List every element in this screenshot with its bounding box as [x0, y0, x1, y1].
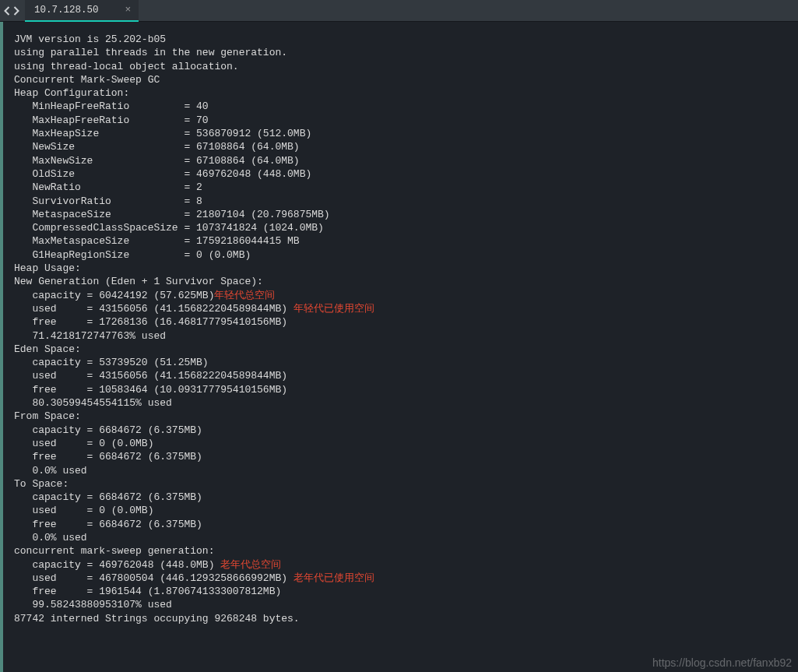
- terminal-text: using parallel threads in the new genera…: [14, 47, 287, 58]
- watermark: https://blog.csdn.net/fanxb92: [652, 656, 792, 669]
- terminal-line: concurrent mark-sweep generation:: [14, 544, 798, 558]
- terminal-line: free = 6684672 (6.375MB): [14, 450, 798, 463]
- tab-bar: 10.7.128.50 ×: [0, 0, 798, 22]
- terminal-line: OldSize = 469762048 (448.0MB): [14, 167, 798, 181]
- terminal-line: used = 0 (0.0MB): [14, 437, 798, 450]
- terminal-text: used = 0 (0.0MB): [14, 438, 153, 449]
- terminal-text: JVM version is 25.202-b05: [14, 33, 166, 45]
- terminal-text: SurvivorRatio = 8: [14, 195, 202, 207]
- terminal-line: free = 17268136 (16.468177795410156MB): [14, 315, 798, 329]
- terminal-text: used = 0 (0.0MB): [14, 505, 153, 516]
- terminal-text: free = 6684672 (6.375MB): [14, 519, 202, 530]
- annotation-label: 老年代总空间: [220, 559, 281, 571]
- terminal-text: free = 17268136 (16.468177795410156MB): [14, 316, 287, 328]
- terminal-line: NewRatio = 2: [14, 181, 798, 194]
- close-icon[interactable]: ×: [125, 4, 132, 16]
- terminal-text: MinHeapFreeRatio = 40: [14, 100, 209, 112]
- terminal-text: using thread-local object allocation.: [14, 61, 239, 72]
- terminal-text: NewRatio = 2: [14, 181, 202, 193]
- terminal-line: 99.58243880953107% used: [14, 598, 798, 611]
- terminal-text: used = 467800504 (446.1293258666992MB): [14, 572, 294, 584]
- terminal-text: MaxHeapFreeRatio = 70: [14, 114, 209, 126]
- terminal-text: 99.58243880953107% used: [14, 599, 172, 610]
- terminal-text: capacity = 6684672 (6.375MB): [14, 424, 202, 436]
- terminal-line: MaxHeapSize = 536870912 (512.0MB): [14, 127, 798, 140]
- terminal-text: capacity = 53739520 (51.25MB): [14, 357, 209, 368]
- terminal-line: SurvivorRatio = 8: [14, 195, 798, 208]
- terminal-text: free = 10583464 (10.093177795410156MB): [14, 384, 287, 396]
- terminal-text: CompressedClassSpaceSize = 1073741824 (1…: [14, 222, 324, 234]
- terminal-text: G1HeapRegionSize = 0 (0.0MB): [14, 249, 251, 261]
- terminal-line: used = 43156056 (41.156822204589844MB): [14, 369, 798, 382]
- terminal-line: using parallel threads in the new genera…: [14, 46, 798, 59]
- annotation-label: 年轻代已使用空间: [294, 303, 374, 315]
- terminal-output[interactable]: JVM version is 25.202-b05using parallel …: [3, 22, 798, 672]
- terminal-line: free = 10583464 (10.093177795410156MB): [14, 383, 798, 396]
- terminal-text: Concurrent Mark-Sweep GC: [14, 74, 160, 86]
- terminal-text: capacity = 60424192 (57.625MB): [14, 290, 214, 301]
- terminal-text: free = 6684672 (6.375MB): [14, 451, 202, 463]
- nav-arrows: [0, 5, 25, 16]
- terminal-text: Heap Usage:: [14, 262, 81, 274]
- terminal-line: 71.4218172747763% used: [14, 329, 798, 343]
- terminal-text: To Space:: [14, 478, 69, 490]
- terminal-line: Concurrent Mark-Sweep GC: [14, 73, 798, 86]
- terminal-line: To Space:: [14, 477, 798, 491]
- terminal-line: 0.0% used: [14, 464, 798, 477]
- terminal-line: 0.0% used: [14, 531, 798, 544]
- terminal-line: capacity = 6684672 (6.375MB): [14, 424, 798, 437]
- terminal-line: free = 1961544 (1.8706741333007812MB): [14, 585, 798, 598]
- terminal-line: JVM version is 25.202-b05: [14, 33, 798, 46]
- terminal-line: used = 0 (0.0MB): [14, 504, 798, 517]
- terminal-line: used = 43156056 (41.156822204589844MB) 年…: [14, 302, 798, 315]
- terminal-text: 87742 interned Strings occupying 9268248…: [14, 613, 300, 625]
- terminal-text: Heap Configuration:: [14, 87, 129, 99]
- terminal-text: 71.4218172747763% used: [14, 330, 166, 342]
- terminal-line: Heap Usage:: [14, 262, 798, 275]
- terminal-line: From Space:: [14, 410, 798, 423]
- terminal-line: capacity = 53739520 (51.25MB): [14, 356, 798, 369]
- terminal-line: G1HeapRegionSize = 0 (0.0MB): [14, 248, 798, 262]
- tab-active[interactable]: 10.7.128.50 ×: [25, 0, 139, 22]
- terminal-line: New Generation (Eden + 1 Survivor Space)…: [14, 275, 798, 288]
- terminal-text: MaxNewSize = 67108864 (64.0MB): [14, 155, 300, 167]
- terminal-line: Heap Configuration:: [14, 86, 798, 100]
- nav-back-icon[interactable]: [3, 5, 12, 16]
- terminal-text: Eden Space:: [14, 343, 81, 355]
- terminal-line: 87742 interned Strings occupying 9268248…: [14, 612, 798, 625]
- tab-title: 10.7.128.50: [34, 5, 99, 16]
- terminal-text: OldSize = 469762048 (448.0MB): [14, 168, 311, 180]
- terminal-line: MaxMetaspaceSize = 17592186044415 MB: [14, 234, 798, 248]
- terminal-line: 80.30599454554115% used: [14, 396, 798, 410]
- terminal-text: 0.0% used: [14, 465, 87, 477]
- annotation-label: 年轻代总空间: [214, 290, 275, 301]
- terminal-text: 0.0% used: [14, 532, 87, 544]
- terminal-line: MaxHeapFreeRatio = 70: [14, 114, 798, 127]
- terminal-line: CompressedClassSpaceSize = 1073741824 (1…: [14, 221, 798, 234]
- terminal-text: From Space:: [14, 410, 81, 422]
- terminal-text: capacity = 6684672 (6.375MB): [14, 491, 202, 503]
- terminal-line: capacity = 6684672 (6.375MB): [14, 491, 798, 504]
- terminal-text: 80.30599454554115% used: [14, 397, 172, 409]
- terminal-text: concurrent mark-sweep generation:: [14, 545, 214, 557]
- terminal-text: MetaspaceSize = 21807104 (20.796875MB): [14, 209, 330, 220]
- terminal-line: Eden Space:: [14, 343, 798, 356]
- terminal-text: free = 1961544 (1.8706741333007812MB): [14, 586, 281, 597]
- terminal-line: MetaspaceSize = 21807104 (20.796875MB): [14, 208, 798, 221]
- terminal-line: using thread-local object allocation.: [14, 60, 798, 73]
- terminal-line: MaxNewSize = 67108864 (64.0MB): [14, 154, 798, 167]
- terminal-text: used = 43156056 (41.156822204589844MB): [14, 303, 294, 315]
- terminal-text: used = 43156056 (41.156822204589844MB): [14, 370, 287, 382]
- terminal-line: NewSize = 67108864 (64.0MB): [14, 140, 798, 153]
- terminal-text: New Generation (Eden + 1 Survivor Space)…: [14, 276, 263, 287]
- annotation-label: 老年代已使用空间: [294, 572, 374, 584]
- terminal-line: MinHeapFreeRatio = 40: [14, 100, 798, 113]
- terminal-line: capacity = 60424192 (57.625MB)年轻代总空间: [14, 289, 798, 302]
- terminal-line: capacity = 469762048 (448.0MB) 老年代总空间: [14, 558, 798, 572]
- terminal-line: used = 467800504 (446.1293258666992MB) 老…: [14, 572, 798, 585]
- terminal-text: MaxHeapSize = 536870912 (512.0MB): [14, 128, 311, 139]
- terminal-wrapper: JVM version is 25.202-b05using parallel …: [0, 22, 798, 672]
- terminal-text: capacity = 469762048 (448.0MB): [14, 559, 220, 571]
- nav-forward-icon[interactable]: [12, 5, 20, 16]
- terminal-text: MaxMetaspaceSize = 17592186044415 MB: [14, 235, 300, 247]
